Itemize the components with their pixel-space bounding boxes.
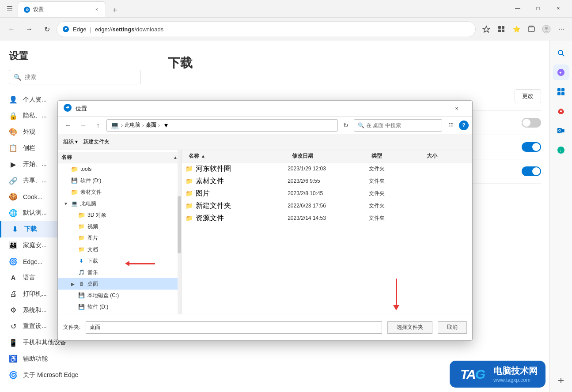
tree-item-downloads[interactable]: ▶ ⬇ 下载: [58, 255, 181, 267]
toggle3[interactable]: [522, 166, 541, 176]
new-folder-btn[interactable]: 新建文件夹: [83, 138, 110, 146]
table-row[interactable]: 📁 图片 2023/2/8 10:45 文件夹: [182, 187, 472, 200]
cancel-btn[interactable]: 取消: [438, 321, 467, 334]
about-icon: 🌀: [9, 371, 18, 380]
bookmark-icon[interactable]: ⭐: [509, 22, 523, 36]
outlook-icon[interactable]: O: [553, 123, 569, 139]
music-icon: 🎵: [77, 268, 85, 276]
refresh-btn[interactable]: ↻: [39, 21, 55, 37]
table-row[interactable]: 📁 河东软件圈 2023/1/29 12:03 文件夹: [182, 162, 472, 175]
start-icon: ▶: [9, 160, 18, 169]
copilot-icon[interactable]: ✦: [553, 64, 569, 80]
favorites-icon[interactable]: [479, 22, 493, 36]
games-icon[interactable]: [553, 103, 569, 119]
dialog-refresh-btn[interactable]: ↻: [340, 119, 352, 132]
collections-sidebar-icon[interactable]: [553, 84, 569, 100]
folder-row-icon: 📁: [185, 177, 193, 185]
col-date[interactable]: 修改日期: [288, 152, 368, 160]
dialog-title: 位置: [76, 105, 447, 113]
help-btn[interactable]: ?: [459, 121, 469, 130]
table-row[interactable]: 📁 素材文件 2023/2/6 9:55 文件夹: [182, 175, 472, 187]
dialog-forward-btn[interactable]: →: [76, 119, 90, 132]
new-tab-btn[interactable]: +: [108, 3, 122, 17]
profile-icon[interactable]: [539, 22, 553, 36]
dialog-search-input[interactable]: [366, 122, 438, 128]
view-options-btn[interactable]: ☷: [444, 119, 457, 132]
col-size[interactable]: 大小: [423, 152, 469, 160]
screenshot-icon[interactable]: [524, 22, 538, 36]
select-folder-btn[interactable]: 选择文件夹: [387, 321, 432, 334]
collections-icon[interactable]: [494, 22, 508, 36]
forward-btn[interactable]: →: [21, 21, 37, 37]
address-brand: Edge: [73, 26, 86, 33]
breadcrumb-dropdown[interactable]: ▾: [162, 121, 170, 130]
tree-item-docs[interactable]: ▶ 📁 文档: [58, 244, 181, 255]
tree-item-network[interactable]: ▶ 🌐 网络: [58, 313, 181, 314]
tree-scrollbar-track[interactable]: [178, 150, 181, 314]
settings-icon[interactable]: ⋯: [554, 22, 568, 36]
file-type: 文件夹: [365, 190, 422, 197]
dialog-titlebar: 位置 ×: [58, 101, 472, 117]
organize-label: 组织 ▾: [63, 138, 78, 146]
tab-close-btn[interactable]: ×: [93, 6, 100, 13]
video-icon: 📁: [77, 222, 85, 230]
tree-item-soft-d2[interactable]: ▶ 💾 软件 (D:): [58, 301, 181, 313]
expand-thispc[interactable]: ▼: [62, 200, 69, 207]
tree-item-desktop[interactable]: ▶ 🖥 桌面: [58, 278, 181, 290]
tree-item-pictures[interactable]: ▶ 📁 图片: [58, 232, 181, 244]
sidebar-item-accessibility[interactable]: ♿ 辅助功能: [0, 351, 150, 367]
col-name[interactable]: 名称 ▲: [185, 152, 288, 160]
sidebar-item-label: 下载: [24, 225, 37, 233]
sidebar-toggle-btn[interactable]: [4, 0, 16, 17]
table-row[interactable]: 📁 资源文件 2023/2/14 14:53 文件夹: [182, 212, 472, 224]
organize-btn[interactable]: 组织 ▾: [63, 138, 78, 146]
tree-scrollbar-thumb[interactable]: [178, 196, 181, 253]
tree-item-music[interactable]: ▶ 🎵 音乐: [58, 267, 181, 278]
dialog-close-btn[interactable]: ×: [447, 101, 467, 117]
dialog-back-btn[interactable]: ←: [61, 119, 75, 132]
tree-label-3d: 3D 对象: [87, 211, 106, 219]
print-icon: 🖨: [9, 290, 18, 298]
sidebar-item-about[interactable]: 🌀 关于 Microsoft Edge: [0, 367, 150, 383]
edge-drop-icon[interactable]: ↓: [553, 142, 569, 158]
desktop-breadcrumb[interactable]: 桌面: [146, 121, 156, 129]
back-btn[interactable]: ←: [4, 21, 19, 37]
expand-desktop[interactable]: ▶: [69, 280, 76, 287]
pc-breadcrumb[interactable]: 此电脑: [125, 121, 140, 129]
settings-title: 设置: [0, 49, 150, 70]
add-sidebar-btn[interactable]: [553, 373, 569, 388]
toggle1[interactable]: [522, 118, 541, 128]
toggle2[interactable]: [522, 142, 541, 152]
sidebar-search-input[interactable]: [25, 74, 136, 80]
folder-input[interactable]: [86, 321, 382, 334]
tree-label-desktop: 桌面: [87, 280, 98, 288]
tree-item-materials[interactable]: ▶ 📁 素材文件: [58, 186, 181, 198]
tree-item-3d[interactable]: ▶ 📁 3D 对象: [58, 209, 181, 221]
file-list-header: 名称 ▲ 修改日期 类型 大小: [182, 150, 472, 162]
minimize-btn[interactable]: —: [508, 0, 528, 17]
file-name: 资源文件: [196, 214, 224, 223]
svg-point-14: [558, 50, 563, 55]
dialog-search-box[interactable]: 🔍: [354, 119, 442, 132]
table-row[interactable]: 📁 新建文件夹 2022/6/23 17:56 文件夹: [182, 200, 472, 212]
change-location-btn[interactable]: 更改: [515, 89, 541, 103]
sidebar-search-box[interactable]: 🔍: [9, 70, 141, 84]
address-input[interactable]: Edge | edge://settings/downloads: [57, 21, 476, 37]
sidebar-item-label: 系统和...: [23, 306, 47, 314]
tree-item-tools[interactable]: ▶ 📁 tools: [58, 163, 181, 175]
col-type[interactable]: 类型: [368, 152, 423, 160]
tree-item-thispc[interactable]: ▼ 💻 此电脑: [58, 198, 181, 209]
active-tab[interactable]: ⚙ 设置 ×: [18, 1, 106, 17]
svg-rect-19: [561, 88, 564, 91]
sidebar-nav-icon: 📋: [9, 144, 18, 153]
dialog-up-btn[interactable]: ↑: [91, 119, 105, 132]
tree-item-local-c[interactable]: ▶ 💾 本地磁盘 (C:): [58, 290, 181, 301]
search-sidebar-icon[interactable]: [553, 45, 569, 61]
docs-icon: 📁: [77, 245, 85, 253]
tree-label-docs: 文档: [87, 246, 98, 253]
file-list: 名称 ▲ 修改日期 类型 大小 📁 河东软件圈 2023/1/29 12:: [182, 150, 472, 314]
tree-item-video[interactable]: ▶ 📁 视频: [58, 221, 181, 232]
maximize-btn[interactable]: □: [528, 0, 548, 17]
window-close-btn[interactable]: ×: [548, 0, 568, 17]
tree-item-soft-d[interactable]: ▶ 💾 软件 (D:): [58, 175, 181, 186]
